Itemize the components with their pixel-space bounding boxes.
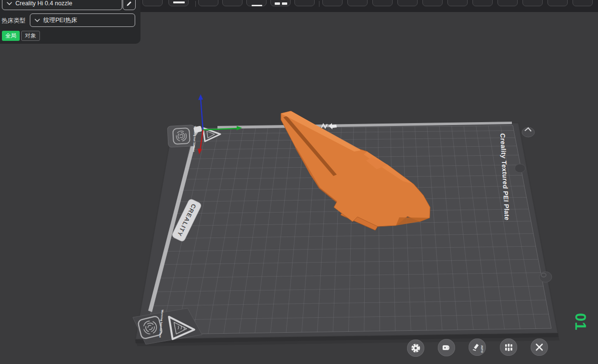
settings-button[interactable] — [407, 339, 424, 357]
auto-nozzle-icon: AUTO — [471, 341, 483, 353]
arrange-icon — [504, 342, 514, 352]
toolbar-button[interactable] — [198, 0, 218, 6]
toolbar-button[interactable] — [372, 0, 393, 6]
chevron-down-icon — [35, 19, 40, 22]
top-toolbar — [140, 0, 598, 12]
bed-knob — [522, 127, 534, 137]
scope-tabs: 全局 对象 — [2, 31, 40, 41]
toolbar-button[interactable] — [422, 0, 443, 6]
toolbar-icon-fragment — [252, 5, 262, 6]
toolbar-button[interactable] — [142, 0, 163, 6]
viewport-3d[interactable]: Warning hot surface Warning hot surface — [0, 0, 598, 364]
auto-calibrate-button[interactable]: AUTO — [469, 339, 486, 356]
toolbar-icon-fragment — [173, 1, 185, 3]
bed-knob — [539, 272, 552, 282]
toolbar-button[interactable] — [547, 0, 568, 6]
bed-type-label: 热床类型 — [1, 17, 25, 25]
toolbar-button[interactable] — [222, 0, 242, 6]
toolbar-icon-fragment — [275, 2, 280, 5]
edit-printer-button[interactable] — [123, 0, 136, 10]
toolbar-button[interactable] — [347, 0, 368, 6]
auto-label: AUTO — [481, 345, 483, 353]
tab-global[interactable]: 全局 — [2, 31, 20, 41]
toolbar-separator — [195, 1, 196, 7]
toolbar-button[interactable] — [294, 0, 315, 6]
plate-lock-icon — [441, 342, 452, 353]
bed-type-select[interactable]: 纹理PEI热床 — [30, 13, 135, 27]
gear-icon — [410, 343, 421, 353]
plate-lock-button[interactable] — [438, 339, 455, 356]
toolbar-separator — [319, 1, 319, 7]
axis-z-blue — [201, 99, 203, 130]
toolbar-button[interactable] — [573, 0, 593, 6]
tab-object[interactable]: 对象 — [21, 31, 40, 41]
toolbar-button[interactable] — [246, 0, 267, 6]
chevron-down-icon — [7, 2, 12, 5]
toolbar-button[interactable] — [522, 0, 543, 6]
bed-knob — [515, 164, 525, 173]
printer-select[interactable]: Creality Hi 0.4 nozzle — [2, 0, 122, 10]
printer-select-value: Creality Hi 0.4 nozzle — [15, 0, 72, 7]
settings-panel: Creality Hi 0.4 nozzle 热床类型 纹理PEI热床 全局 对… — [0, 0, 140, 44]
plate-count-label: 01 — [572, 313, 589, 330]
toolbar-button[interactable] — [270, 0, 291, 6]
bed-type-value: 纹理PEI热床 — [43, 16, 77, 25]
pencil-icon — [126, 0, 132, 7]
toolbar-button[interactable] — [168, 0, 189, 6]
toolbar-button[interactable] — [397, 0, 418, 6]
arrange-button[interactable] — [500, 339, 517, 356]
plate-corner-tab — [167, 125, 195, 148]
axis-z-arrowhead — [198, 94, 203, 100]
close-icon — [534, 342, 544, 352]
toolbar-button[interactable] — [472, 0, 493, 6]
toolbar-button[interactable] — [447, 0, 468, 6]
close-button[interactable] — [531, 339, 548, 356]
app-window: Warning hot surface Warning hot surface — [0, 0, 598, 364]
toolbar-button[interactable] — [322, 0, 343, 6]
toolbar-button[interactable] — [497, 0, 518, 6]
